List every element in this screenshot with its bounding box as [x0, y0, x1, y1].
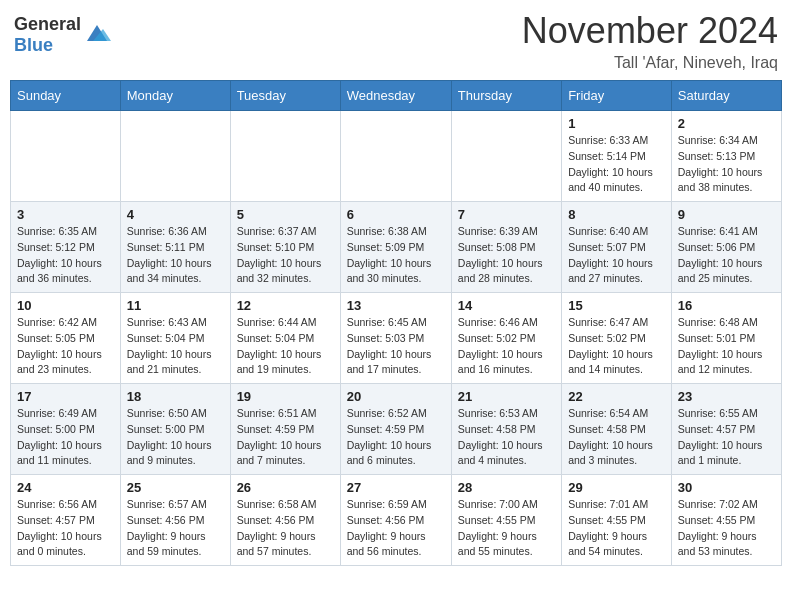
day-number: 19: [237, 389, 334, 404]
day-number: 24: [17, 480, 114, 495]
day-info-line: Sunrise: 6:51 AM: [237, 407, 317, 419]
calendar-cell: 17Sunrise: 6:49 AMSunset: 5:00 PMDayligh…: [11, 384, 121, 475]
logo-general: General: [14, 14, 81, 34]
day-info-line: Sunset: 4:59 PM: [347, 423, 425, 435]
day-number: 3: [17, 207, 114, 222]
day-number: 13: [347, 298, 445, 313]
day-info-line: Sunset: 4:55 PM: [568, 514, 646, 526]
day-info-line: Sunset: 5:02 PM: [458, 332, 536, 344]
day-info-line: Daylight: 9 hours and 54 minutes.: [568, 530, 647, 558]
calendar-cell: [120, 111, 230, 202]
calendar-cell: 15Sunrise: 6:47 AMSunset: 5:02 PMDayligh…: [562, 293, 672, 384]
day-info-line: Daylight: 10 hours and 27 minutes.: [568, 257, 653, 285]
day-info: Sunrise: 7:01 AMSunset: 4:55 PMDaylight:…: [568, 497, 665, 560]
day-number: 6: [347, 207, 445, 222]
day-info-line: Daylight: 9 hours and 57 minutes.: [237, 530, 316, 558]
day-info-line: Daylight: 10 hours and 9 minutes.: [127, 439, 212, 467]
day-info-line: Daylight: 10 hours and 40 minutes.: [568, 166, 653, 194]
day-info-line: Daylight: 10 hours and 1 minute.: [678, 439, 763, 467]
day-info: Sunrise: 6:59 AMSunset: 4:56 PMDaylight:…: [347, 497, 445, 560]
day-number: 26: [237, 480, 334, 495]
day-number: 17: [17, 389, 114, 404]
weekday-monday: Monday: [120, 81, 230, 111]
day-info-line: Daylight: 10 hours and 4 minutes.: [458, 439, 543, 467]
day-info-line: Sunset: 4:58 PM: [458, 423, 536, 435]
day-number: 30: [678, 480, 775, 495]
calendar-cell: 29Sunrise: 7:01 AMSunset: 4:55 PMDayligh…: [562, 475, 672, 566]
day-info: Sunrise: 6:58 AMSunset: 4:56 PMDaylight:…: [237, 497, 334, 560]
calendar-cell: 20Sunrise: 6:52 AMSunset: 4:59 PMDayligh…: [340, 384, 451, 475]
day-info-line: Daylight: 9 hours and 56 minutes.: [347, 530, 426, 558]
day-info-line: Sunrise: 7:00 AM: [458, 498, 538, 510]
title-area: November 2024 Tall 'Afar, Nineveh, Iraq: [522, 10, 778, 72]
day-info: Sunrise: 6:42 AMSunset: 5:05 PMDaylight:…: [17, 315, 114, 378]
day-number: 15: [568, 298, 665, 313]
day-info-line: Sunrise: 6:48 AM: [678, 316, 758, 328]
calendar-cell: 5Sunrise: 6:37 AMSunset: 5:10 PMDaylight…: [230, 202, 340, 293]
calendar-cell: 3Sunrise: 6:35 AMSunset: 5:12 PMDaylight…: [11, 202, 121, 293]
day-info-line: Sunrise: 6:46 AM: [458, 316, 538, 328]
location-title: Tall 'Afar, Nineveh, Iraq: [522, 54, 778, 72]
calendar-cell: 23Sunrise: 6:55 AMSunset: 4:57 PMDayligh…: [671, 384, 781, 475]
day-info-line: Daylight: 10 hours and 38 minutes.: [678, 166, 763, 194]
day-number: 8: [568, 207, 665, 222]
day-info-line: Sunrise: 6:47 AM: [568, 316, 648, 328]
calendar-cell: 28Sunrise: 7:00 AMSunset: 4:55 PMDayligh…: [451, 475, 561, 566]
day-info: Sunrise: 6:43 AMSunset: 5:04 PMDaylight:…: [127, 315, 224, 378]
calendar-cell: 9Sunrise: 6:41 AMSunset: 5:06 PMDaylight…: [671, 202, 781, 293]
day-info-line: Daylight: 10 hours and 3 minutes.: [568, 439, 653, 467]
day-info-line: Sunrise: 6:45 AM: [347, 316, 427, 328]
day-info-line: Sunset: 5:04 PM: [127, 332, 205, 344]
calendar-cell: 30Sunrise: 7:02 AMSunset: 4:55 PMDayligh…: [671, 475, 781, 566]
day-info-line: Sunrise: 6:35 AM: [17, 225, 97, 237]
day-info-line: Sunset: 5:11 PM: [127, 241, 205, 253]
day-info-line: Daylight: 10 hours and 0 minutes.: [17, 530, 102, 558]
day-info: Sunrise: 6:46 AMSunset: 5:02 PMDaylight:…: [458, 315, 555, 378]
day-info-line: Daylight: 9 hours and 53 minutes.: [678, 530, 757, 558]
day-info-line: Sunset: 4:55 PM: [678, 514, 756, 526]
logo-blue: Blue: [14, 35, 53, 55]
logo-icon: [83, 21, 111, 49]
day-info-line: Sunset: 5:02 PM: [568, 332, 646, 344]
day-info-line: Daylight: 9 hours and 55 minutes.: [458, 530, 537, 558]
calendar-cell: 19Sunrise: 6:51 AMSunset: 4:59 PMDayligh…: [230, 384, 340, 475]
calendar-cell: 7Sunrise: 6:39 AMSunset: 5:08 PMDaylight…: [451, 202, 561, 293]
calendar-cell: 21Sunrise: 6:53 AMSunset: 4:58 PMDayligh…: [451, 384, 561, 475]
calendar-cell: 27Sunrise: 6:59 AMSunset: 4:56 PMDayligh…: [340, 475, 451, 566]
day-info: Sunrise: 6:36 AMSunset: 5:11 PMDaylight:…: [127, 224, 224, 287]
day-info-line: Sunset: 4:56 PM: [127, 514, 205, 526]
day-info-line: Daylight: 9 hours and 59 minutes.: [127, 530, 206, 558]
day-info-line: Daylight: 10 hours and 34 minutes.: [127, 257, 212, 285]
day-info-line: Sunrise: 6:43 AM: [127, 316, 207, 328]
calendar-cell: 2Sunrise: 6:34 AMSunset: 5:13 PMDaylight…: [671, 111, 781, 202]
day-info-line: Sunrise: 6:54 AM: [568, 407, 648, 419]
day-info-line: Daylight: 10 hours and 7 minutes.: [237, 439, 322, 467]
calendar-cell: 12Sunrise: 6:44 AMSunset: 5:04 PMDayligh…: [230, 293, 340, 384]
day-info: Sunrise: 6:35 AMSunset: 5:12 PMDaylight:…: [17, 224, 114, 287]
calendar-cell: 24Sunrise: 6:56 AMSunset: 4:57 PMDayligh…: [11, 475, 121, 566]
day-info-line: Sunset: 5:00 PM: [127, 423, 205, 435]
day-info: Sunrise: 6:50 AMSunset: 5:00 PMDaylight:…: [127, 406, 224, 469]
calendar-cell: 6Sunrise: 6:38 AMSunset: 5:09 PMDaylight…: [340, 202, 451, 293]
day-info-line: Sunrise: 6:52 AM: [347, 407, 427, 419]
calendar-cell: 14Sunrise: 6:46 AMSunset: 5:02 PMDayligh…: [451, 293, 561, 384]
day-number: 25: [127, 480, 224, 495]
day-number: 1: [568, 116, 665, 131]
calendar-week-4: 17Sunrise: 6:49 AMSunset: 5:00 PMDayligh…: [11, 384, 782, 475]
day-info-line: Sunrise: 6:38 AM: [347, 225, 427, 237]
day-info-line: Sunset: 5:07 PM: [568, 241, 646, 253]
day-info: Sunrise: 6:54 AMSunset: 4:58 PMDaylight:…: [568, 406, 665, 469]
weekday-friday: Friday: [562, 81, 672, 111]
day-info-line: Daylight: 10 hours and 16 minutes.: [458, 348, 543, 376]
day-info-line: Sunrise: 6:53 AM: [458, 407, 538, 419]
day-info-line: Sunrise: 6:44 AM: [237, 316, 317, 328]
day-info: Sunrise: 6:39 AMSunset: 5:08 PMDaylight:…: [458, 224, 555, 287]
weekday-sunday: Sunday: [11, 81, 121, 111]
day-info: Sunrise: 6:44 AMSunset: 5:04 PMDaylight:…: [237, 315, 334, 378]
calendar-week-2: 3Sunrise: 6:35 AMSunset: 5:12 PMDaylight…: [11, 202, 782, 293]
day-info-line: Daylight: 10 hours and 6 minutes.: [347, 439, 432, 467]
day-info-line: Daylight: 10 hours and 32 minutes.: [237, 257, 322, 285]
day-number: 12: [237, 298, 334, 313]
calendar-cell: [11, 111, 121, 202]
day-info-line: Sunset: 4:56 PM: [237, 514, 315, 526]
